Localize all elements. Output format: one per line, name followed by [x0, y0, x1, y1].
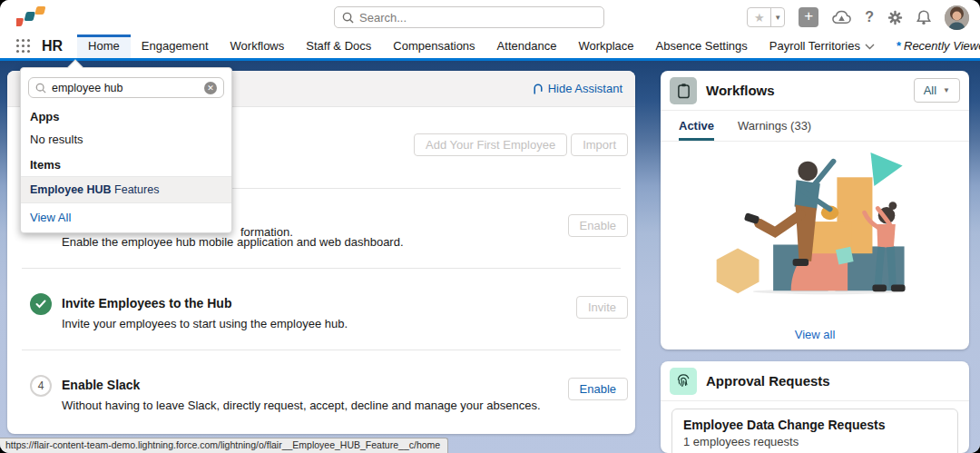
workflows-title: Workflows: [706, 71, 775, 111]
invite-button[interactable]: Invite: [576, 296, 628, 319]
favorites-caret-icon[interactable]: ▼: [770, 8, 784, 26]
tab-absence-settings[interactable]: Absence Settings: [645, 34, 759, 58]
app-launcher-icon[interactable]: [16, 39, 31, 54]
caret-down-icon: ▼: [943, 86, 950, 94]
popup-no-results: No results: [21, 128, 231, 153]
tab-warnings[interactable]: Warnings (33): [738, 111, 811, 141]
global-header: ★ ▼ + ?: [0, 0, 980, 34]
chevron-down-icon[interactable]: [865, 44, 875, 50]
global-add-icon[interactable]: +: [799, 7, 818, 27]
step-description: Enable the employee hub mobile applicati…: [62, 235, 404, 249]
notifications-bell-icon[interactable]: [916, 10, 931, 25]
nav-accent-line: [0, 58, 980, 61]
app-navigation: HR Home Engagement Workflows Staff & Doc…: [0, 34, 980, 58]
star-icon[interactable]: ★: [748, 8, 770, 26]
tab-payroll-territories[interactable]: Payroll Territories: [759, 34, 886, 58]
step-divider: [22, 268, 621, 269]
setup-gear-icon[interactable]: [887, 10, 903, 25]
approval-request-item[interactable]: Employee Data Change Requests 1 employee…: [671, 409, 958, 453]
approval-requests-card: Approval Requests Employee Data Change R…: [661, 361, 969, 453]
tab-workflows[interactable]: Workflows: [220, 34, 296, 58]
step-title: Invite Employees to the Hub: [62, 296, 231, 310]
favorites-button[interactable]: ★ ▼: [747, 7, 785, 27]
tab-home[interactable]: Home: [77, 34, 131, 58]
tab-active[interactable]: Active: [679, 111, 714, 141]
workflows-clipboard-icon: [670, 77, 697, 104]
tab-compensations[interactable]: Compensations: [382, 34, 485, 58]
unsaved-indicator: *: [897, 39, 901, 53]
approval-item-count: 1 employees requests: [683, 435, 946, 448]
popup-search-field[interactable]: ✕: [28, 77, 224, 98]
popup-search-input[interactable]: [52, 82, 199, 94]
tab-engagement[interactable]: Engagement: [131, 34, 220, 58]
search-icon: [35, 83, 46, 94]
enable-hub-button[interactable]: Enable: [568, 214, 628, 237]
fingerprint-icon: [670, 368, 697, 395]
step1-actions: Add Your First Employee Import: [414, 133, 628, 156]
popup-view-all-link[interactable]: View All: [21, 203, 231, 232]
flair-logo-icon[interactable]: [16, 5, 47, 30]
add-first-employee-button[interactable]: Add Your First Employee: [414, 133, 567, 156]
tab-attendance[interactable]: Attendance: [486, 34, 568, 58]
hide-assistant-link[interactable]: Hide Assistant: [533, 82, 622, 95]
tab-recently-viewed[interactable]: *Recently Viewed | Emplo... ✕: [886, 34, 980, 58]
approval-requests-title: Approval Requests: [706, 361, 830, 401]
approval-item-title: Employee Data Change Requests: [683, 418, 946, 432]
step-description: Without having to leave Slack, directly …: [62, 399, 541, 412]
assistant-icon: [533, 83, 544, 94]
step-number-badge: 4: [30, 375, 52, 397]
tab-staff-docs[interactable]: Staff & Docs: [295, 34, 382, 58]
workflows-filter-dropdown[interactable]: All ▼: [914, 78, 960, 103]
user-avatar[interactable]: [945, 5, 969, 30]
popup-section-items: Items: [21, 153, 231, 176]
enable-slack-button[interactable]: Enable: [568, 378, 628, 400]
search-results-popup: ✕ Apps No results Items Employee HUB Fea…: [20, 67, 232, 233]
step-description: Invite your employees to start using the…: [62, 317, 348, 330]
app-window: ★ ▼ + ?: [0, 0, 980, 453]
popup-section-apps: Apps: [21, 105, 231, 128]
popup-result-employee-hub-features[interactable]: Employee HUB Features: [21, 176, 231, 203]
workflows-view-all-link[interactable]: View all: [661, 328, 969, 341]
teamwork-illustration: [704, 147, 926, 307]
app-name: HR: [42, 34, 63, 58]
search-icon: [342, 12, 354, 24]
header-actions: ★ ▼ + ?: [747, 0, 969, 34]
tab-workplace[interactable]: Workplace: [567, 34, 644, 58]
help-icon[interactable]: ?: [865, 9, 874, 25]
import-button[interactable]: Import: [571, 133, 628, 156]
global-search-input[interactable]: [359, 11, 596, 25]
trailhead-icon[interactable]: [832, 10, 851, 25]
step-divider: [22, 350, 621, 350]
link-url-preview: https://flair-content-team-demo.lightnin…: [0, 438, 448, 453]
global-search[interactable]: [334, 6, 604, 28]
step-complete-check-icon: [30, 293, 52, 315]
workflows-card: Workflows All ▼ Active Warnings (33): [661, 71, 969, 350]
clear-search-icon[interactable]: ✕: [204, 82, 217, 94]
step-title: Enable Slack: [62, 378, 140, 392]
